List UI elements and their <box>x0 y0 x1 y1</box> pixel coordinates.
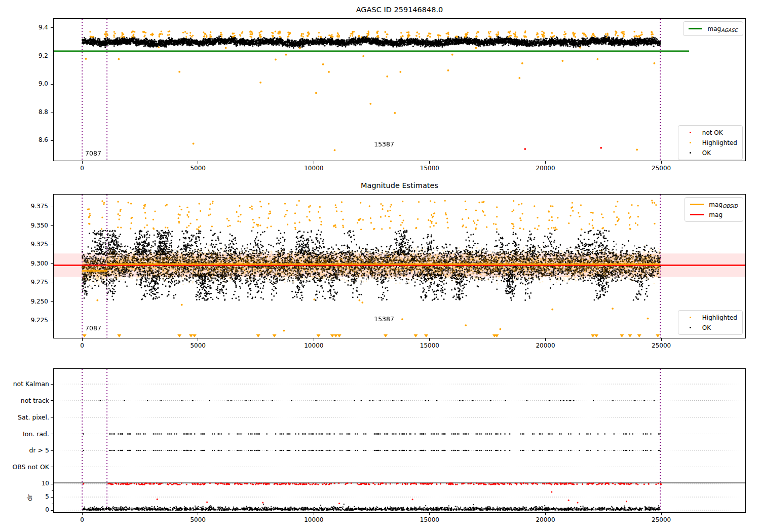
y-tick-label: 9.250 <box>15 298 48 306</box>
x-tick <box>314 338 314 341</box>
flags-plot-canvas <box>53 368 746 513</box>
flag-tick <box>51 417 53 417</box>
legend-entry-mag-obsid: magOBSID <box>690 200 738 209</box>
flag-tick <box>51 400 53 401</box>
y-tick-label: 9.4 <box>15 24 48 31</box>
x-tick-label: 20000 <box>528 342 563 350</box>
flag-row-label-ion_rad: Ion. rad. <box>1 430 49 438</box>
y-tick <box>51 263 53 264</box>
x-tick <box>429 161 430 164</box>
legend-entry-mag: mag <box>690 210 738 219</box>
x-tick <box>82 513 83 515</box>
legend-entry-highlighted-2: Highlighted <box>683 313 737 322</box>
y-tick-label: 9.275 <box>15 279 48 286</box>
dr-tick <box>51 510 53 511</box>
legend-label-mag-obsid: magOBSID <box>709 201 738 208</box>
y-tick <box>51 56 53 56</box>
legend-entry-ok-2: OK <box>683 323 737 332</box>
x-tick <box>429 338 430 341</box>
x-tick <box>661 161 662 164</box>
y-tick-label: 8.8 <box>15 108 48 116</box>
flag-tick <box>51 384 53 385</box>
flag-row-label-dr_gt_5: dr > 5 <box>1 446 49 454</box>
dr-tick-label: 0 <box>1 506 49 514</box>
x-tick-label: 15000 <box>412 516 447 524</box>
flag-tick <box>51 434 53 434</box>
dr-tick <box>51 497 53 498</box>
x-tick-label: 20000 <box>528 516 563 524</box>
y-tick <box>51 84 53 85</box>
not-ok-marker-swatch <box>683 132 697 134</box>
plot-title-flux: AGASC ID 259146848.0 <box>53 6 746 14</box>
y-tick-label: 9.225 <box>15 317 48 324</box>
legend-mag-lines: magOBSID mag <box>685 197 743 222</box>
x-tick-label: 25000 <box>643 165 679 172</box>
x-tick-label: 5000 <box>180 342 216 350</box>
magnitude-plot-canvas <box>53 194 746 338</box>
highlighted-marker-swatch <box>683 142 697 144</box>
dr-tick <box>51 484 53 484</box>
x-tick <box>661 338 662 341</box>
legend-entry-ok: OK <box>683 148 737 157</box>
y-tick-label: 9.2 <box>15 52 48 60</box>
x-tick <box>545 161 546 164</box>
x-tick <box>545 338 546 341</box>
x-tick <box>314 161 314 164</box>
plot-title-magnitude-estimates: Magnitude Estimates <box>53 181 746 189</box>
x-tick <box>545 513 546 515</box>
x-tick-label: 0 <box>64 516 100 524</box>
dr-minor-tick <box>52 504 53 504</box>
x-tick-label: 10000 <box>296 165 331 172</box>
ok-marker-swatch-2 <box>683 327 697 329</box>
y-tick <box>51 245 53 245</box>
x-tick <box>198 338 198 341</box>
x-tick <box>198 513 198 515</box>
y-tick <box>51 27 53 28</box>
y-tick-label: 9.325 <box>15 241 48 248</box>
dr-minor-tick <box>52 490 53 491</box>
x-tick-label: 0 <box>64 342 100 350</box>
y-tick <box>51 301 53 302</box>
obsid-annotation: 7087 <box>85 324 101 332</box>
x-tick <box>82 338 83 341</box>
matplotlib-figure: AGASC ID 259146848.0 Magnitude Estimates… <box>0 0 760 532</box>
x-tick-label: 15000 <box>412 165 447 172</box>
x-tick-label: 20000 <box>528 165 563 172</box>
y-tick <box>51 283 53 283</box>
flag-row-label-obs_not_ok: OBS not OK <box>1 463 49 471</box>
ok-marker-swatch <box>683 152 697 154</box>
obsid-annotation: 15387 <box>374 140 394 148</box>
y-tick <box>51 225 53 226</box>
flag-row-label-sat_pixel: Sat. pixel. <box>1 413 49 421</box>
x-tick <box>198 161 198 164</box>
legend-label-mag-agasc: magAGASC <box>707 25 738 32</box>
mag-obsid-line-swatch <box>690 204 704 205</box>
y-tick-label: 9.350 <box>15 222 48 230</box>
obsid-annotation: 7087 <box>85 149 101 157</box>
flag-row-label-not_track: not track <box>1 397 49 404</box>
dr-tick-label: 5 <box>1 493 49 501</box>
flag-tick <box>51 467 53 467</box>
y-tick-label: 9.375 <box>15 203 48 210</box>
y-tick <box>51 112 53 112</box>
flag-tick <box>51 450 53 451</box>
x-tick-label: 5000 <box>180 516 216 524</box>
x-tick <box>82 161 83 164</box>
y-tick <box>51 207 53 207</box>
x-tick-label: 10000 <box>296 342 331 350</box>
obsid-annotation: 15387 <box>374 315 394 323</box>
flux-plot-canvas <box>53 18 746 161</box>
y-tick-label: 9.0 <box>15 80 48 88</box>
x-tick-label: 25000 <box>643 342 679 350</box>
x-tick-label: 0 <box>64 165 100 172</box>
legend-magnitude-markers: Highlighted OK <box>678 310 743 335</box>
flag-row-label-not_kalman: not Kalman <box>1 380 49 388</box>
y-tick <box>51 321 53 321</box>
legend-flux-markers: not OK Highlighted OK <box>678 125 743 160</box>
mag-line-swatch <box>690 214 704 215</box>
x-tick-label: 10000 <box>296 516 331 524</box>
mag-agasc-line-swatch <box>689 28 702 29</box>
x-tick <box>429 513 430 515</box>
x-tick-label: 25000 <box>643 516 679 524</box>
x-tick-label: 5000 <box>180 165 216 172</box>
